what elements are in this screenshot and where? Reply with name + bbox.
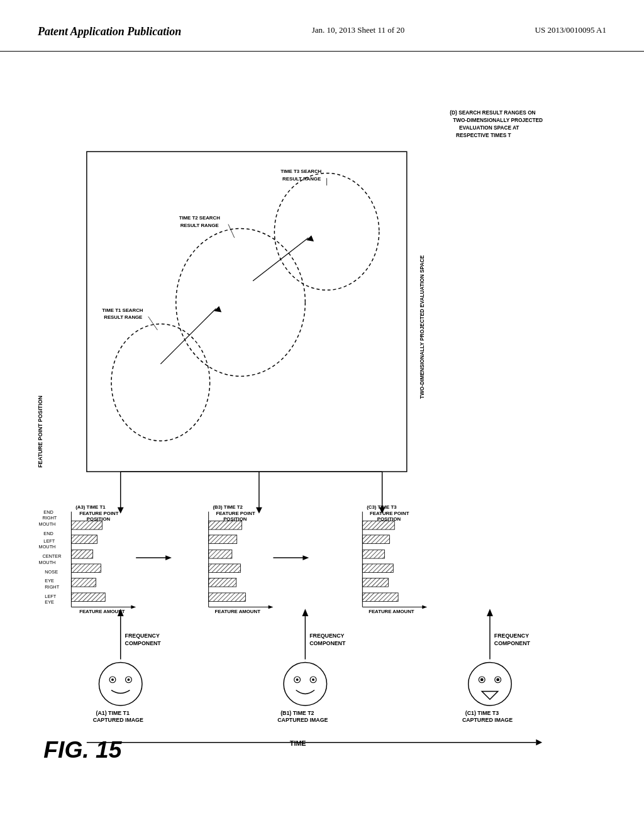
svg-rect-87 <box>362 550 384 558</box>
svg-rect-71 <box>209 564 241 573</box>
svg-text:TIME T2 SEARCH: TIME T2 SEARCH <box>179 215 220 221</box>
sheet-info: Jan. 10, 2013 Sheet 11 of 20 <box>312 25 405 35</box>
svg-marker-33 <box>487 609 493 616</box>
page-header: Patent Application Publication Jan. 10, … <box>0 0 644 52</box>
svg-text:(A1) TIME T1: (A1) TIME T1 <box>96 710 130 716</box>
svg-rect-57 <box>71 550 92 558</box>
svg-text:RESULT RANGE: RESULT RANGE <box>104 314 142 320</box>
svg-marker-23 <box>536 739 542 746</box>
svg-text:RESULT RANGE: RESULT RANGE <box>180 223 219 228</box>
svg-line-111 <box>228 224 235 238</box>
svg-rect-54 <box>71 593 105 602</box>
svg-text:FEATURE POINT: FEATURE POINT <box>370 511 409 516</box>
svg-text:(D) SEARCH RESULT RANGES ON: (D) SEARCH RESULT RANGES ON <box>450 109 535 116</box>
svg-point-100 <box>176 228 306 376</box>
svg-rect-89 <box>362 521 394 529</box>
svg-marker-29 <box>302 609 308 616</box>
svg-text:RESULT RANGE: RESULT RANGE <box>282 176 321 182</box>
svg-text:FREQUENCY: FREQUENCY <box>494 633 529 639</box>
svg-text:(B1) TIME T2: (B1) TIME T2 <box>280 710 314 716</box>
svg-text:FEATURE POINT POSITION: FEATURE POINT POSITION <box>37 396 43 468</box>
svg-marker-92 <box>422 605 427 609</box>
svg-rect-56 <box>71 564 101 573</box>
svg-rect-70 <box>209 578 236 587</box>
svg-text:CAPTURED IMAGE: CAPTURED IMAGE <box>93 717 143 723</box>
svg-text:RIGHT: RIGHT <box>45 584 59 590</box>
svg-text:COMPONENT: COMPONENT <box>309 640 346 646</box>
svg-text:TIME: TIME <box>290 739 306 747</box>
svg-text:TIME T3 SEARCH: TIME T3 SEARCH <box>280 169 321 174</box>
svg-text:FREQUENCY: FREQUENCY <box>309 633 344 639</box>
svg-marker-62 <box>131 605 136 609</box>
svg-rect-85 <box>362 578 388 587</box>
svg-text:FEATURE POINT: FEATURE POINT <box>79 511 119 516</box>
svg-rect-86 <box>362 564 393 573</box>
svg-text:CENTER: CENTER <box>42 553 61 559</box>
svg-text:RESPECTIVE TIMES T: RESPECTIVE TIMES T <box>456 132 511 138</box>
svg-point-9 <box>312 678 314 681</box>
svg-rect-59 <box>71 521 102 529</box>
svg-text:FREQUENCY: FREQUENCY <box>125 633 160 639</box>
figure-15-diagram: (A1) TIME T1 CAPTURED IMAGE (B1) TIME T2… <box>25 58 604 775</box>
svg-text:COMPONENT: COMPONENT <box>125 640 162 646</box>
svg-marker-79 <box>303 555 309 560</box>
svg-point-13 <box>480 678 484 681</box>
svg-text:CAPTURED IMAGE: CAPTURED IMAGE <box>462 717 513 723</box>
svg-text:END: END <box>43 509 53 515</box>
svg-text:(A3) TIME T1: (A3) TIME T1 <box>75 504 106 510</box>
svg-point-4 <box>127 678 130 681</box>
svg-marker-77 <box>269 605 274 609</box>
svg-text:FEATURE AMOUNT: FEATURE AMOUNT <box>369 609 414 614</box>
svg-rect-74 <box>209 521 242 529</box>
svg-text:EVALUATION SPACE AT: EVALUATION SPACE AT <box>459 124 519 131</box>
svg-point-101 <box>274 173 379 290</box>
svg-line-108 <box>148 316 158 330</box>
svg-text:LEFT: LEFT <box>45 594 56 599</box>
svg-point-0 <box>99 662 142 706</box>
svg-text:MOUTH: MOUTH <box>39 544 56 550</box>
publication-title: Patent Application Publication <box>38 25 181 38</box>
svg-point-5 <box>284 662 327 706</box>
svg-point-99 <box>111 324 210 441</box>
svg-text:EYE: EYE <box>45 578 54 584</box>
svg-text:TWO-DIMENSIONALLY PROJECTED: TWO-DIMENSIONALLY PROJECTED <box>453 117 543 123</box>
svg-marker-64 <box>165 555 172 560</box>
svg-point-8 <box>296 678 299 681</box>
svg-rect-69 <box>209 593 246 602</box>
svg-text:EYE: EYE <box>45 600 54 606</box>
svg-point-3 <box>111 678 114 681</box>
svg-text:COMPONENT: COMPONENT <box>494 640 531 646</box>
svg-text:TWO-DIMENSIONALLY PROJECTED EV: TWO-DIMENSIONALLY PROJECTED EVALUATION S… <box>419 255 425 399</box>
svg-line-102 <box>160 309 216 364</box>
svg-text:FEATURE AMOUNT: FEATURE AMOUNT <box>79 609 125 614</box>
svg-text:END: END <box>43 531 53 536</box>
svg-rect-88 <box>362 535 389 544</box>
svg-text:TIME T1 SEARCH: TIME T1 SEARCH <box>102 307 143 313</box>
svg-text:MOUTH: MOUTH <box>39 560 56 565</box>
svg-rect-72 <box>209 550 232 558</box>
patent-number: US 2013/0010095 A1 <box>535 25 606 35</box>
figure-container: (A1) TIME T1 CAPTURED IMAGE (B1) TIME T2… <box>0 52 644 806</box>
svg-text:(C1) TIME T3: (C1) TIME T3 <box>465 710 499 716</box>
svg-point-14 <box>496 678 499 681</box>
svg-text:LEFT: LEFT <box>43 538 55 544</box>
figure-label: FIG. 15 <box>43 736 122 763</box>
svg-text:FEATURE AMOUNT: FEATURE AMOUNT <box>214 609 260 614</box>
svg-text:CAPTURED IMAGE: CAPTURED IMAGE <box>277 717 328 723</box>
page: Patent Application Publication Jan. 10, … <box>0 0 644 830</box>
svg-text:RIGHT: RIGHT <box>42 515 57 521</box>
svg-rect-55 <box>71 578 96 587</box>
svg-rect-58 <box>71 535 97 544</box>
svg-marker-118 <box>256 507 262 514</box>
svg-text:NOSE: NOSE <box>45 569 58 575</box>
svg-text:(B3) TIME T2: (B3) TIME T2 <box>213 504 243 510</box>
svg-rect-73 <box>209 535 237 544</box>
svg-text:MOUTH: MOUTH <box>39 521 56 527</box>
svg-text:FEATURE POINT: FEATURE POINT <box>216 511 255 516</box>
svg-rect-84 <box>362 593 398 602</box>
